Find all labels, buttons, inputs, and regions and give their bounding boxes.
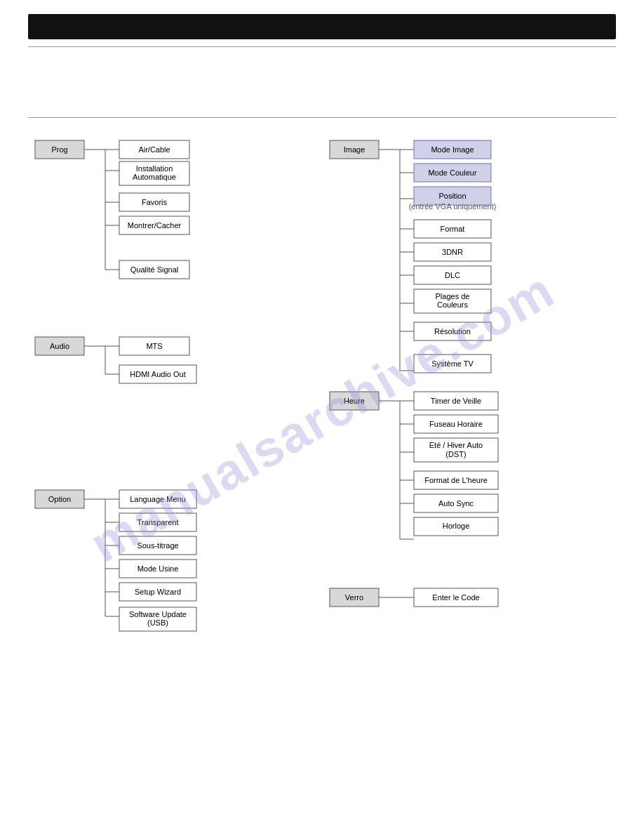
- header-bar: [28, 14, 616, 39]
- item-3dnr: 3DNR: [442, 248, 463, 256]
- top-divider: [28, 46, 616, 47]
- cat-verro: Verro: [345, 593, 363, 602]
- item-enter-code: Enter le Code: [432, 593, 479, 602]
- item-format: Format: [441, 225, 465, 233]
- item-resolution: Résolution: [434, 327, 471, 336]
- item-format-heure: Format de L'heure: [424, 476, 488, 484]
- item-mode-image: Mode Image: [431, 145, 474, 154]
- item-software-update2: (USB): [147, 618, 168, 627]
- cat-image: Image: [344, 145, 365, 154]
- item-favoris: Favoris: [142, 198, 168, 206]
- second-divider: [28, 117, 616, 118]
- item-software-update1: Software Update: [129, 610, 187, 618]
- diagram-svg: Prog Air/Cable Installation Automatique …: [28, 132, 616, 708]
- item-fuseau: Fuseau Horaire: [429, 420, 483, 428]
- item-mode-couleur: Mode Couleur: [428, 168, 476, 177]
- item-qualite: Qualité Signal: [130, 265, 179, 274]
- cat-option: Option: [48, 495, 71, 503]
- item-mode-usine: Mode Usine: [137, 564, 179, 573]
- item-plages2: Couleurs: [437, 300, 469, 309]
- item-horloge: Horloge: [443, 522, 470, 530]
- cat-heure: Heure: [344, 397, 365, 405]
- content-spacer: [28, 61, 616, 117]
- item-hdmi-audio: HDMI Audio Out: [130, 370, 185, 378]
- item-ete2: (DST): [445, 450, 466, 458]
- item-plages1: Plages de: [436, 292, 470, 300]
- page-container: manualsarchive.com Prog Air/Cable Instal…: [0, 0, 644, 834]
- item-dlc: DLC: [445, 271, 460, 279]
- item-sous-titrage: Sous-titrage: [137, 541, 178, 550]
- item-position: Position: [438, 192, 466, 200]
- item-install-auto2: Automatique: [133, 173, 176, 181]
- item-timer: Timer de Veille: [431, 397, 481, 405]
- item-setup-wizard: Setup Wizard: [135, 588, 181, 596]
- item-lang: Language Menu: [130, 495, 186, 503]
- item-air-cable: Air/Cable: [138, 145, 170, 154]
- item-transparent: Transparent: [137, 518, 179, 527]
- item-mts: MTS: [146, 342, 162, 350]
- item-install-auto: Installation: [136, 164, 173, 173]
- item-montrer: Montrer/Cacher: [128, 221, 182, 230]
- item-ete1: Eté / Hiver Auto: [429, 441, 483, 449]
- item-systeme-tv: Système TV: [431, 359, 474, 368]
- item-auto-sync: Auto Sync: [438, 499, 474, 508]
- item-position-note: (entrée VGA uniquement): [409, 202, 497, 211]
- cat-audio: Audio: [50, 342, 69, 350]
- cat-prog: Prog: [51, 145, 67, 154]
